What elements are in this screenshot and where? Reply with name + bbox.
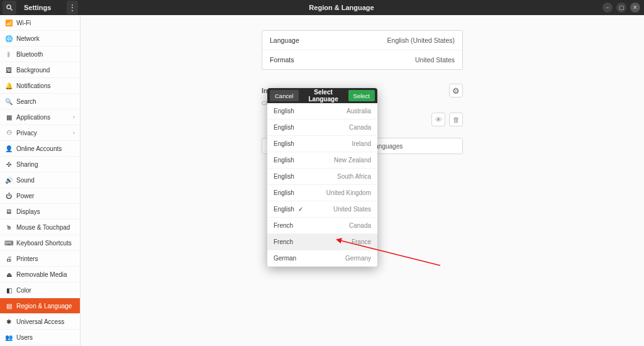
dialog-language-list[interactable]: EnglishAustraliaEnglishCanadaEnglishIrel… [267, 103, 377, 267]
language-option-german-germany[interactable]: GermanGermany [267, 250, 377, 267]
sidebar-item-color[interactable]: ◧Color [0, 282, 80, 298]
gear-icon: ⚙ [452, 86, 460, 96]
sidebar-item-displays[interactable]: 🖥Displays [0, 204, 80, 220]
sidebar-item-users[interactable]: 👥Users [0, 330, 80, 345]
sidebar-item-notifications[interactable]: 🔔Notifications [0, 78, 80, 94]
view-layout-button[interactable]: 👁 [431, 113, 445, 126]
sidebar-item-icon: 📶 [5, 20, 13, 26]
maximize-button[interactable]: ▢ [616, 3, 626, 13]
language-key: Language [270, 36, 299, 44]
sidebar-item-icon: 🌐 [5, 35, 13, 42]
sidebar-item-label: Removable Media [16, 271, 75, 278]
language-option-english-australia[interactable]: EnglishAustralia [267, 103, 377, 120]
close-button[interactable]: ✕ [630, 3, 640, 13]
search-button[interactable] [3, 1, 16, 14]
sidebar-item-icon: ⦵ [5, 129, 13, 137]
minimize-icon: − [606, 4, 609, 11]
language-option-english-canada[interactable]: EnglishCanada [267, 120, 377, 136]
sidebar-item-icon: 🖼 [5, 67, 13, 74]
sidebar-item-applications[interactable]: ▦Applications› [0, 109, 80, 125]
sidebar-item-printers[interactable]: 🖨Printers [0, 251, 80, 267]
sidebar-item-search[interactable]: 🔍Search [0, 94, 80, 109]
formats-row[interactable]: Formats United States [262, 50, 462, 69]
language-name: French [274, 238, 293, 245]
svg-point-0 [7, 5, 11, 9]
sidebar-item-icon: 🔊 [5, 177, 13, 184]
chevron-right-icon: › [73, 130, 75, 136]
sidebar-item-icon: ▦ [5, 114, 13, 121]
sidebar-item-online-accounts[interactable]: 👤Online Accounts [0, 141, 80, 157]
sidebar-item-label: Network [16, 35, 75, 42]
svg-line-1 [11, 9, 13, 11]
region-panel: Language English (United States) Formats… [262, 30, 463, 70]
language-name: English [274, 124, 294, 131]
sidebar-item-label: Color [16, 287, 75, 294]
language-value: English (United States) [387, 36, 455, 44]
window-controls: − ▢ ✕ [602, 3, 644, 13]
sidebar-item-power[interactable]: ⏻Power [0, 188, 80, 204]
sidebar-item-sharing[interactable]: ✣Sharing [0, 157, 80, 172]
language-region: New Zealand [334, 157, 371, 164]
sidebar-item-icon: 👤 [5, 145, 13, 152]
sidebar-item-icon: ◧ [5, 287, 13, 294]
sidebar-item-icon: ᛒ [5, 51, 13, 58]
sidebar-item-icon: ⏏ [5, 271, 13, 278]
sidebar-item-label: Wi-Fi [16, 20, 75, 26]
language-name: French [274, 222, 293, 229]
sidebar-item-icon: ✣ [5, 161, 13, 168]
language-name: English ✓ [274, 206, 303, 213]
sidebar-item-privacy[interactable]: ⦵Privacy› [0, 125, 80, 141]
sidebar-item-label: Notifications [16, 82, 75, 89]
hamburger-button[interactable]: ⋮ [67, 1, 78, 14]
dialog-select-button[interactable]: Select [348, 90, 375, 101]
settings-title: Settings [19, 4, 64, 11]
minimize-button[interactable]: − [602, 3, 613, 13]
sidebar-item-keyboard-shortcuts[interactable]: ⌨Keyboard Shortcuts [0, 235, 80, 251]
sidebar-item-mouse-touchpad[interactable]: 🖱Mouse & Touchpad [0, 220, 80, 235]
input-sources-settings-button[interactable]: ⚙ [449, 84, 463, 98]
remove-layout-button[interactable]: 🗑 [449, 113, 463, 126]
language-name: German [274, 255, 296, 262]
sidebar-item-universal-access[interactable]: ✱Universal Access [0, 314, 80, 330]
language-region: France [352, 238, 371, 245]
sidebar-item-label: Bluetooth [16, 51, 75, 58]
sidebar-item-network[interactable]: 🌐Network [0, 31, 80, 47]
language-region: United Kingdom [326, 189, 371, 196]
sidebar-item-label: Sharing [16, 161, 75, 168]
dialog-cancel-button[interactable]: Cancel [270, 90, 299, 101]
language-option-french-canada[interactable]: FrenchCanada [267, 218, 377, 234]
dialog-title: Select Language [299, 89, 348, 103]
sidebar-item-label: Sound [16, 177, 75, 184]
language-row[interactable]: Language English (United States) [262, 31, 462, 50]
language-region: Canada [349, 124, 371, 131]
dialog-header: Cancel Select Language Select [267, 88, 377, 103]
language-region: Australia [347, 108, 371, 114]
sidebar-item-label: Keyboard Shortcuts [16, 240, 75, 247]
sidebar-item-bluetooth[interactable]: ᛒBluetooth [0, 47, 80, 62]
sidebar-item-region-language[interactable]: ▤Region & Language [0, 298, 80, 314]
language-option-english-ireland[interactable]: EnglishIreland [267, 136, 377, 152]
select-language-dialog: Cancel Select Language Select EnglishAus… [267, 88, 377, 267]
language-option-english-south-africa[interactable]: EnglishSouth Africa [267, 169, 377, 185]
formats-key: Formats [270, 56, 294, 64]
language-name: English [274, 140, 294, 147]
sidebar-item-icon: ✱ [5, 318, 13, 325]
sidebar-item-label: Search [16, 98, 75, 105]
sidebar-item-icon: 🖱 [5, 224, 13, 231]
language-option-english-united-states[interactable]: English ✓United States [267, 201, 377, 218]
language-option-french-france[interactable]: FrenchFrance [267, 234, 377, 250]
sidebar-item-label: Users [16, 334, 75, 341]
sidebar-item-sound[interactable]: 🔊Sound [0, 172, 80, 188]
language-name: English [274, 157, 294, 164]
sidebar-item-wi-fi[interactable]: 📶Wi-Fi [0, 15, 80, 31]
language-region: South Africa [337, 173, 371, 180]
chevron-right-icon: › [73, 114, 75, 120]
eye-icon: 👁 [435, 116, 442, 123]
formats-value: United States [415, 56, 455, 64]
maximize-icon: ▢ [619, 4, 625, 11]
language-option-english-united-kingdom[interactable]: EnglishUnited Kingdom [267, 185, 377, 201]
sidebar-item-background[interactable]: 🖼Background [0, 62, 80, 78]
sidebar[interactable]: 📶Wi-Fi🌐NetworkᛒBluetooth🖼Background🔔Noti… [0, 15, 80, 346]
language-option-english-new-zealand[interactable]: EnglishNew Zealand [267, 152, 377, 169]
sidebar-item-removable-media[interactable]: ⏏Removable Media [0, 267, 80, 282]
